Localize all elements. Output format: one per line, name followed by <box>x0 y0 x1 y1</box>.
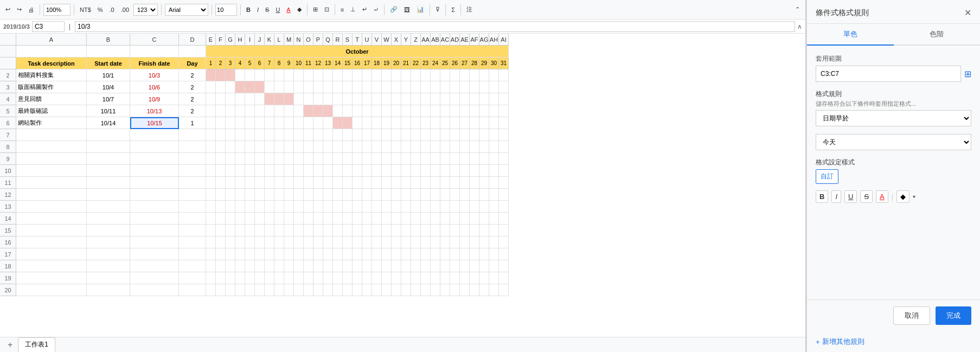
empty-cell[interactable] <box>235 201 245 213</box>
gantt-cell-17[interactable] <box>362 81 372 93</box>
strikethrough-button[interactable]: S <box>263 5 271 14</box>
empty-cell[interactable] <box>440 248 450 260</box>
empty-cell[interactable] <box>235 272 245 284</box>
col-header-ag[interactable]: AG <box>479 34 489 46</box>
cell-finish-date[interactable]: 10/9 <box>130 93 179 105</box>
empty-cell[interactable] <box>226 284 235 296</box>
gantt-cell-30[interactable] <box>489 105 499 117</box>
gantt-cell-3[interactable] <box>226 93 235 105</box>
empty-cell[interactable] <box>130 165 179 177</box>
gantt-cell-26[interactable] <box>450 69 460 81</box>
empty-cell[interactable] <box>499 225 509 236</box>
empty-cell[interactable] <box>499 141 509 153</box>
empty-cell[interactable] <box>245 236 255 248</box>
empty-cell[interactable] <box>226 153 235 165</box>
empty-cell[interactable] <box>255 177 265 189</box>
col-header-af[interactable]: AF <box>470 34 479 46</box>
gantt-cell-27[interactable] <box>460 69 470 81</box>
empty-cell[interactable] <box>460 177 470 189</box>
gantt-cell-4[interactable] <box>235 93 245 105</box>
empty-cell[interactable] <box>470 248 479 260</box>
gantt-cell-15[interactable] <box>343 69 353 81</box>
empty-cell[interactable] <box>382 189 392 201</box>
empty-cell[interactable] <box>362 284 372 296</box>
empty-cell[interactable] <box>479 284 489 296</box>
empty-cell[interactable] <box>431 165 440 177</box>
empty-cell[interactable] <box>284 201 294 213</box>
empty-cell[interactable] <box>392 165 401 177</box>
cell-start-date[interactable]: 10/11 <box>87 105 130 117</box>
empty-cell[interactable] <box>431 189 440 201</box>
gantt-cell-4[interactable] <box>235 69 245 81</box>
tab-single-color[interactable]: 單色 <box>807 24 894 46</box>
empty-cell[interactable] <box>450 129 460 141</box>
empty-cell[interactable] <box>333 260 343 272</box>
empty-cell[interactable] <box>372 165 382 177</box>
gantt-cell-10[interactable] <box>294 117 304 129</box>
empty-cell[interactable] <box>179 260 206 272</box>
gantt-cell-21[interactable] <box>401 117 411 129</box>
empty-cell[interactable] <box>440 213 450 225</box>
empty-cell[interactable] <box>304 248 313 260</box>
empty-cell[interactable] <box>294 272 304 284</box>
gantt-cell-17[interactable] <box>362 69 372 81</box>
empty-cell[interactable] <box>499 153 509 165</box>
empty-cell[interactable] <box>323 153 333 165</box>
empty-cell[interactable] <box>323 189 333 201</box>
cell-finish-date[interactable]: 10/6 <box>130 81 179 93</box>
gantt-cell-20[interactable] <box>392 93 401 105</box>
empty-cell[interactable] <box>16 177 87 189</box>
empty-cell[interactable] <box>130 129 179 141</box>
empty-cell[interactable] <box>421 213 431 225</box>
gantt-cell-20[interactable] <box>392 117 401 129</box>
empty-cell[interactable] <box>265 165 274 177</box>
empty-cell[interactable] <box>274 177 284 189</box>
col-header-z[interactable]: Z <box>411 34 421 46</box>
gantt-cell-16[interactable] <box>353 105 362 117</box>
empty-cell[interactable] <box>87 201 130 213</box>
gantt-cell-11[interactable] <box>304 81 313 93</box>
empty-cell[interactable] <box>372 213 382 225</box>
empty-cell[interactable] <box>489 225 499 236</box>
empty-cell[interactable] <box>323 248 333 260</box>
empty-cell[interactable] <box>499 248 509 260</box>
empty-cell[interactable] <box>179 236 206 248</box>
empty-cell[interactable] <box>235 225 245 236</box>
empty-cell[interactable] <box>421 201 431 213</box>
empty-cell[interactable] <box>470 177 479 189</box>
empty-cell[interactable] <box>323 272 333 284</box>
align-h-button[interactable]: ≡ <box>338 5 346 14</box>
empty-cell[interactable] <box>382 141 392 153</box>
empty-cell[interactable] <box>323 129 333 141</box>
gantt-cell-13[interactable] <box>323 81 333 93</box>
empty-cell[interactable] <box>16 189 87 201</box>
empty-cell[interactable] <box>206 165 216 177</box>
empty-cell[interactable] <box>333 177 343 189</box>
empty-cell[interactable] <box>411 213 421 225</box>
gantt-cell-15[interactable] <box>343 81 353 93</box>
empty-cell[interactable] <box>489 201 499 213</box>
empty-cell[interactable] <box>431 141 440 153</box>
gantt-cell-21[interactable] <box>401 81 411 93</box>
gantt-cell-13[interactable] <box>323 117 333 129</box>
toolbar-expand-button[interactable]: ⌃ <box>793 5 802 14</box>
cell-day[interactable]: 2 <box>179 81 206 93</box>
empty-cell[interactable] <box>255 153 265 165</box>
empty-cell[interactable] <box>16 129 87 141</box>
empty-cell[interactable] <box>226 272 235 284</box>
empty-cell[interactable] <box>265 189 274 201</box>
empty-cell[interactable] <box>489 177 499 189</box>
empty-cell[interactable] <box>294 248 304 260</box>
gantt-cell-19[interactable] <box>382 69 392 81</box>
empty-cell[interactable] <box>294 189 304 201</box>
empty-cell[interactable] <box>274 260 284 272</box>
empty-cell[interactable] <box>372 141 382 153</box>
empty-cell[interactable] <box>304 201 313 213</box>
empty-cell[interactable] <box>392 260 401 272</box>
col-header-j[interactable]: J <box>255 34 265 46</box>
empty-cell[interactable] <box>130 225 179 236</box>
empty-cell[interactable] <box>235 165 245 177</box>
empty-cell[interactable] <box>392 248 401 260</box>
col-header-x[interactable]: X <box>392 34 401 46</box>
empty-cell[interactable] <box>216 272 226 284</box>
